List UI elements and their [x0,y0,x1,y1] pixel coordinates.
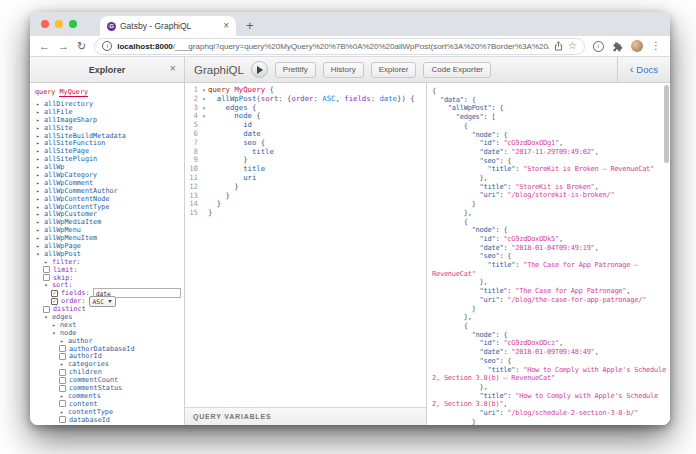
explorer-close-icon[interactable]: × [170,63,176,74]
field-label[interactable]: allWpPost [44,250,81,258]
expand-arrow-icon[interactable]: ▸ [35,148,41,154]
explorer-tree-item[interactable]: ✓order:ASC [35,297,184,305]
explorer-tree-item[interactable]: ▸allWpComment [35,179,184,187]
field-checkbox[interactable] [59,416,66,423]
fold-arrow-icon[interactable]: ▾ [200,104,208,113]
new-tab-button[interactable]: + [246,20,254,32]
field-label[interactable]: content [69,400,98,408]
expand-arrow-icon[interactable]: ▸ [35,235,41,241]
field-label[interactable]: node [60,329,76,337]
field-label[interactable]: comments [68,392,101,400]
query-variables-bar[interactable]: QUERY VARIABLES [185,407,426,425]
expand-arrow-icon[interactable]: ▸ [35,204,41,210]
field-checkbox[interactable] [59,400,66,407]
field-label[interactable]: distinct [53,305,86,313]
explorer-tree-item[interactable]: ▸allFile [35,108,184,116]
explorer-tree-item[interactable]: ▸contentType [35,408,184,416]
address-bar[interactable]: i localhost:8000/___graphql?query=query%… [94,38,585,55]
field-label[interactable]: skip: [53,274,73,282]
collapse-arrow-icon[interactable]: ▾ [35,251,41,257]
explorer-tree-item[interactable]: ▸allDirectory [35,100,184,108]
field-label[interactable]: commentCount [69,376,118,384]
field-label[interactable]: edges [52,313,72,321]
query-editor[interactable]: 1▾query MyQuery {2▾ allWpPost(sort: {ord… [185,83,426,407]
explorer-tree-item[interactable]: content [35,400,184,408]
reload-button[interactable]: ↻ [77,41,86,52]
expand-arrow-icon[interactable]: ▸ [35,227,41,233]
explorer-tree-item[interactable]: ▸allWpMediaItem [35,218,184,226]
field-label[interactable]: commentStatus [69,384,122,392]
field-checkbox[interactable] [59,385,66,392]
explorer-tree-item[interactable]: authorDatabaseId [35,345,184,353]
field-label[interactable]: allWpContentType [44,203,109,211]
collapse-arrow-icon[interactable]: ▾ [43,314,49,320]
explorer-tree-item[interactable]: ▸allWpContentNode [35,195,184,203]
expand-arrow-icon[interactable]: ▸ [35,172,41,178]
explorer-tree-item[interactable]: ▸allImageSharp [35,116,184,124]
fold-arrow-icon[interactable]: ▾ [200,86,208,95]
explorer-tree-item[interactable]: ▸allSiteFunction [35,139,184,147]
field-label[interactable]: allWpMediaItem [44,218,101,226]
field-label[interactable]: children [69,368,102,376]
explorer-tree-item[interactable]: ▸categories [35,360,184,368]
field-label[interactable]: next [60,321,76,329]
field-label[interactable]: sort: [52,281,72,289]
collapse-arrow-icon[interactable]: ▾ [43,282,49,288]
expand-arrow-icon[interactable]: ▸ [35,243,41,249]
field-label[interactable]: allFile [44,108,73,116]
explorer-tree-item[interactable]: commentCount [35,376,184,384]
execute-query-button[interactable] [251,61,268,78]
expand-arrow-icon[interactable]: ▸ [35,117,41,123]
field-label[interactable]: order: [61,297,86,305]
explorer-tree-item[interactable]: ▸author [35,337,184,345]
field-label[interactable]: allSite [44,124,73,132]
field-label[interactable]: allWpContentNode [44,195,109,203]
field-checkbox[interactable] [59,377,66,384]
field-label[interactable]: authorDatabaseId [69,345,134,353]
field-checkbox[interactable]: ✓ [51,298,58,305]
field-checkbox[interactable] [43,274,50,281]
explorer-tree-item[interactable]: ▾edges [35,313,184,321]
expand-arrow-icon[interactable]: ▸ [59,338,65,344]
expand-arrow-icon[interactable]: ▸ [35,188,41,194]
bookmark-star-icon[interactable]: ☆ [568,41,577,51]
field-label[interactable]: allWpMenuItem [44,234,97,242]
field-label[interactable]: allSitePage [44,147,89,155]
result-scrollbar[interactable] [664,85,669,163]
explorer-tree-item[interactable]: ▸next [35,321,184,329]
explorer-tree-item[interactable]: ▸allSiteBuildMetadata [35,132,184,140]
explorer-tree-item[interactable]: ▸allSite [35,124,184,132]
field-label[interactable]: allDirectory [44,100,93,108]
field-label[interactable]: fields: [61,289,90,297]
field-label[interactable]: author [68,337,93,345]
expand-arrow-icon[interactable]: ▸ [35,133,41,139]
collapse-arrow-icon[interactable]: ▾ [51,330,57,336]
field-checkbox[interactable] [59,353,66,360]
explorer-toggle-button[interactable]: Explorer [371,62,417,78]
field-label[interactable]: authorId [69,352,102,360]
code-exporter-button[interactable]: Code Exporter [423,62,491,78]
expand-arrow-icon[interactable]: ▸ [35,101,41,107]
field-checkbox[interactable] [43,266,50,273]
browser-menu-icon[interactable]: ⋮ [651,41,661,51]
explorer-tree-item[interactable]: ▸allWpCategory [35,171,184,179]
expand-arrow-icon[interactable]: ▸ [59,361,65,367]
explorer-tree-item[interactable]: databaseId [35,416,184,424]
explorer-tree-item[interactable]: ▸comments [35,392,184,400]
docs-button[interactable]: ‹ Docs [617,57,670,82]
close-window-button[interactable] [41,20,49,28]
expand-arrow-icon[interactable]: ▸ [35,196,41,202]
browser-tab[interactable]: G Gatsby - GraphiQL × [100,16,236,36]
explorer-tree-item[interactable]: ▸allWpMenuItem [35,234,184,242]
explorer-tree-item[interactable]: ▸allSitePlugin [35,155,184,163]
sort-order-select[interactable]: ASC [89,296,116,307]
explorer-tree-item[interactable]: authorId [35,353,184,361]
field-label[interactable]: limit: [53,266,78,274]
field-checkbox[interactable]: ✓ [51,290,58,297]
field-label[interactable]: allSitePlugin [44,155,97,163]
explorer-tree-item[interactable]: ▸allSitePage [35,147,184,155]
field-label[interactable]: contentType [68,408,113,416]
explorer-tree-item[interactable]: commentStatus [35,384,184,392]
explorer-tree-item[interactable]: children [35,368,184,376]
forward-button[interactable]: → [58,41,69,52]
